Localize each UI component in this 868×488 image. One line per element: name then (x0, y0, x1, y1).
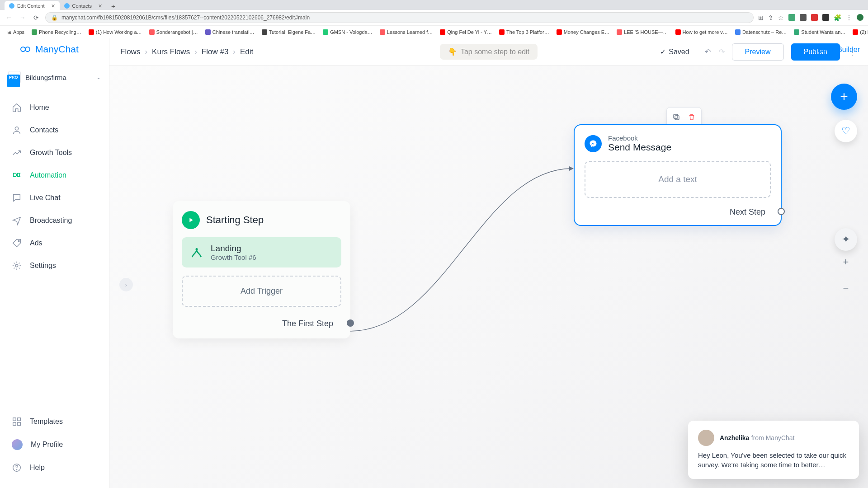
bookmark-item[interactable]: Phone Recycling… (29, 28, 84, 36)
bookmark-favicon-icon (262, 29, 267, 35)
bookmark-item[interactable]: Qing Fei De Yi - Y… (437, 28, 495, 36)
bookmark-item[interactable]: How to get more v… (673, 28, 731, 36)
basic-builder-link[interactable]: Go To Basic Builder (797, 46, 860, 54)
bookmark-favicon-icon (675, 29, 681, 35)
close-icon[interactable]: ✕ (98, 3, 102, 9)
sidebar-item-home[interactable]: Home (0, 96, 109, 119)
bookmark-item[interactable]: Money Changes E… (554, 28, 613, 36)
heart-icon: ♡ (841, 125, 850, 137)
sidebar-bottom: Templates My Profile Help (0, 410, 109, 488)
bookmark-item[interactable]: Lessons Learned f… (377, 28, 436, 36)
apps-button[interactable]: ⊞Apps (5, 28, 27, 36)
extension-icon[interactable] (811, 14, 818, 21)
sidebar-nav: Home Contacts Growth Tools Automation Li… (0, 92, 109, 410)
extension-icon[interactable] (822, 14, 829, 21)
sidebar-item-ads[interactable]: Ads (0, 232, 109, 254)
sidebar-item-contacts[interactable]: Contacts (0, 119, 109, 141)
duplicate-button[interactable] (670, 110, 683, 124)
add-text-button[interactable]: Add a text (585, 161, 771, 198)
favorite-fab[interactable]: ♡ (835, 120, 857, 142)
reload-button[interactable]: ⟳ (32, 14, 41, 21)
starting-step-card[interactable]: Starting Step Landing Growth Tool #6 Add… (173, 201, 350, 338)
bookmark-favicon-icon (32, 29, 37, 35)
bookmark-favicon-icon (89, 29, 94, 35)
sidebar-item-settings[interactable]: Settings (0, 254, 109, 277)
bookmark-item[interactable]: The Top 3 Platfor… (496, 28, 552, 36)
browser-menu-icon[interactable]: ⋮ (846, 14, 852, 21)
chat-source: from ManyChat (751, 434, 795, 441)
zoom-out-button[interactable]: − (835, 277, 857, 300)
bookmark-favicon-icon (557, 29, 562, 35)
add-trigger-button[interactable]: Add Trigger (182, 276, 341, 307)
bookmark-item[interactable]: Sonderangebot |… (146, 28, 201, 36)
sidebar-item-growth-tools[interactable]: Growth Tools (0, 141, 109, 164)
bookmark-item[interactable]: Tutorial: Eigene Fa… (259, 28, 319, 36)
url-field[interactable]: 🔒 manychat.com/fb198150208192061B/cms/fi… (45, 12, 754, 23)
main: Flows› Kurs Flows› Flow #3› Edit ✓Saved … (109, 38, 868, 488)
browser-tab-0[interactable]: Edit Content ✕ (5, 1, 60, 10)
next-step-label: Next Step (730, 207, 765, 217)
extension-icon[interactable] (788, 14, 795, 21)
landing-subtitle: Growth Tool #6 (211, 253, 256, 261)
close-icon[interactable]: ✕ (51, 3, 55, 9)
brand-logo[interactable]: ManyChat (0, 38, 109, 60)
flow-canvas[interactable]: 👇Tap some step to edit Go To Basic Build… (109, 38, 868, 488)
sidebar-item-my-profile[interactable]: My Profile (0, 433, 109, 456)
landing-trigger[interactable]: Landing Growth Tool #6 (182, 237, 341, 267)
svg-rect-5 (13, 418, 16, 421)
add-node-fab[interactable]: + (831, 84, 857, 110)
sidebar-item-help[interactable]: Help (0, 456, 109, 479)
bookmarks-bar: ⊞Apps Phone Recycling… (1) How Working a… (0, 25, 868, 38)
bookmark-item[interactable]: GMSN - Vologda… (320, 28, 375, 36)
bookmark-item[interactable]: (2) How To Add A… (850, 28, 868, 36)
delete-button[interactable] (685, 110, 698, 124)
minus-icon: − (843, 282, 849, 294)
gear-icon (12, 261, 22, 271)
bookmark-item[interactable]: Chinese translati… (203, 28, 257, 36)
tag-icon (12, 238, 22, 248)
sidebar-item-templates[interactable]: Templates (0, 410, 109, 433)
extension-icon[interactable] (800, 14, 807, 21)
brand-name: ManyChat (35, 44, 79, 55)
bookmark-item[interactable]: LEE 'S HOUSE—… (614, 28, 670, 36)
bookmark-item[interactable]: Datenschutz – Re… (732, 28, 789, 36)
bookmark-favicon-icon (853, 29, 858, 35)
bookmark-item[interactable]: (1) How Working a… (86, 28, 145, 36)
tab-title: Edit Content (17, 3, 45, 9)
back-button[interactable]: ← (5, 14, 14, 21)
bookmark-favicon-icon (205, 29, 211, 35)
chat-icon (12, 193, 22, 203)
support-chat-popup[interactable]: Anzhelika from ManyChat Hey Leon, You've… (688, 421, 859, 479)
bookmark-item[interactable]: Student Wants an… (791, 28, 848, 36)
svg-rect-12 (675, 116, 679, 120)
send-message-card[interactable]: Facebook Send Message Add a text Next St… (574, 124, 782, 226)
send-message-header: Facebook Send Message (585, 134, 771, 153)
auto-layout-fab[interactable]: ✦ (835, 228, 857, 251)
account-selector[interactable]: PRO Bildungsfirma ⌄ (8, 71, 101, 84)
profile-avatar-icon[interactable] (857, 14, 863, 21)
starting-step-header: Starting Step (182, 211, 341, 229)
trash-icon (688, 113, 696, 121)
new-tab-button[interactable]: + (107, 2, 120, 10)
forward-button[interactable]: → (18, 14, 27, 21)
translate-icon[interactable]: ⊞ (758, 14, 764, 21)
svg-point-1 (25, 47, 30, 52)
send-message-title: Send Message (608, 142, 671, 153)
zoom-in-button[interactable]: + (835, 251, 857, 273)
connector-out-port[interactable] (347, 319, 354, 327)
sidebar-item-broadcasting[interactable]: Broadcasting (0, 209, 109, 232)
canvas-collapse-button[interactable]: › (119, 278, 133, 291)
broadcast-icon (12, 216, 22, 225)
svg-rect-13 (674, 114, 678, 118)
browser-tab-1[interactable]: Contacts ✕ (60, 1, 107, 10)
tab-title: Contacts (72, 3, 92, 9)
sidebar-item-automation[interactable]: Automation (0, 164, 109, 187)
sidebar-item-live-chat[interactable]: Live Chat (0, 187, 109, 209)
help-icon (12, 463, 22, 473)
bookmark-favicon-icon (380, 29, 385, 35)
share-icon[interactable]: ⇪ (768, 14, 774, 21)
star-icon[interactable]: ☆ (778, 14, 784, 21)
svg-rect-7 (13, 422, 16, 425)
extensions-icon[interactable]: 🧩 (834, 14, 841, 21)
connector-out-port[interactable] (778, 208, 785, 215)
